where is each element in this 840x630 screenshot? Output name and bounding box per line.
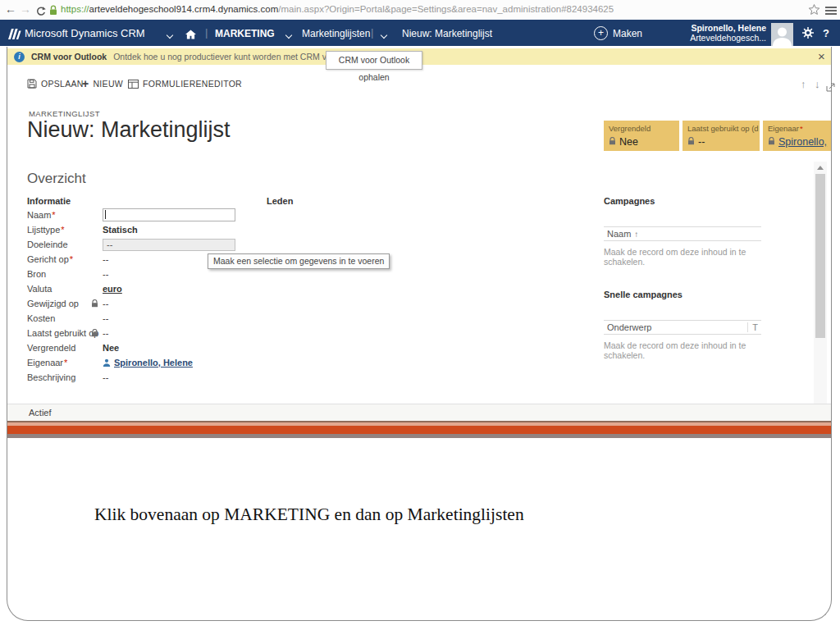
- lock-icon: [91, 299, 103, 308]
- create-plus-icon[interactable]: +: [594, 26, 608, 40]
- beschrijving-value[interactable]: --: [103, 372, 108, 382]
- field-label: Naam*: [27, 210, 91, 220]
- close-icon[interactable]: ×: [818, 48, 825, 65]
- field-value-cell: [103, 208, 339, 221]
- browser-back-icon[interactable]: ←: [5, 2, 16, 16]
- column-label: Onderwerp: [607, 322, 651, 332]
- naam-input[interactable]: [103, 208, 235, 221]
- screenshot-edge-bands: [7, 421, 831, 438]
- section-title: Overzicht: [27, 171, 86, 187]
- browser-forward-icon[interactable]: →: [20, 2, 31, 16]
- browser-menu-icon[interactable]: [825, 5, 837, 16]
- user-name: Spironello, Helene: [684, 23, 766, 33]
- person-icon: [103, 358, 111, 367]
- nav-divider: |: [205, 26, 208, 39]
- field-row-valuta: Valutaeuro: [27, 281, 339, 296]
- nav-up-icon[interactable]: ↑: [801, 78, 806, 90]
- members-column-header: Leden: [267, 196, 293, 206]
- campaigns-column-header[interactable]: Naam ↑: [604, 226, 761, 241]
- chevron-down-icon[interactable]: [285, 32, 292, 39]
- chevron-down-icon[interactable]: [167, 32, 173, 39]
- info-icon: i: [14, 52, 25, 62]
- crm-navbar: Microsoft Dynamics CRM | MARKETING Marke…: [0, 20, 840, 46]
- valuta-link[interactable]: euro: [103, 284, 122, 294]
- field-row-gewijzigd-op: Gewijzigd op--: [27, 296, 339, 311]
- quick-campaigns-column-header[interactable]: Onderwerp T: [604, 320, 761, 335]
- address-bar[interactable]: https://arteveldehogeschool914.crm4.dyna…: [61, 4, 614, 14]
- field-row-vergrendeld: VergrendeldNee: [27, 340, 339, 355]
- field-label: Eigenaar*: [27, 358, 91, 368]
- gericht-op-value[interactable]: --: [103, 254, 108, 264]
- status-badge: Actief: [7, 404, 831, 421]
- field-label: Gericht op*: [27, 254, 91, 264]
- field-label: Gewijzigd op: [27, 299, 91, 308]
- save-button[interactable]: OPSLAAN: [27, 79, 84, 89]
- browser-refresh-icon[interactable]: [36, 5, 46, 20]
- avatar[interactable]: [771, 23, 793, 46]
- header-box-label: Laatst gebruikt op (d: [687, 124, 755, 133]
- header-box-value: Nee: [609, 136, 674, 148]
- user-menu[interactable]: Spironello, Helene Arteveldehogesch...: [684, 23, 766, 43]
- dynamics-logo-icon: [8, 28, 21, 43]
- doeleinde-value-box[interactable]: --: [103, 239, 235, 251]
- nav-marketing[interactable]: MARKETING: [215, 28, 275, 39]
- form-editor-label: FORMULIERENEDITOR: [143, 79, 242, 89]
- header-box-label: Vergrendeld: [609, 124, 674, 133]
- band-orange: [7, 426, 831, 434]
- field-row-laatst-gebruikt-op: Laatst gebruikt op--: [27, 326, 339, 340]
- field-value-cell: --: [103, 239, 339, 251]
- page-title: Nieuw: Marketinglijst: [27, 117, 231, 143]
- field-value-cell: Nee: [103, 343, 339, 353]
- field-label: Valuta: [27, 284, 91, 294]
- field-value-cell: Spironello, Helene: [103, 358, 339, 368]
- field-value-cell: --: [103, 372, 339, 382]
- scrollbar-thumb[interactable]: [815, 174, 825, 338]
- form-editor-button[interactable]: FORMULIERENEDITOR: [128, 79, 242, 89]
- save-label: OPSLAAN: [41, 79, 84, 89]
- lijsttype-value[interactable]: Statisch: [103, 225, 138, 235]
- gear-icon[interactable]: [802, 27, 814, 42]
- sort-asc-icon: ↑: [634, 230, 638, 239]
- lock-icon: [687, 136, 695, 148]
- chevron-down-icon[interactable]: [381, 32, 387, 39]
- save-icon: [27, 79, 37, 89]
- vergrendeld-value[interactable]: Nee: [103, 343, 119, 353]
- kosten-value[interactable]: --: [103, 313, 108, 323]
- eigenaar-link[interactable]: Spironello, Helene: [114, 358, 193, 368]
- notification-title: CRM voor Outlook: [31, 52, 107, 62]
- required-asterisk: *: [70, 254, 73, 264]
- header-boxes: VergrendeldNeeLaatst gebruikt op (d--Eig…: [604, 121, 831, 151]
- scrollbar[interactable]: [814, 162, 827, 427]
- home-icon[interactable]: [185, 28, 196, 43]
- nav-marketinglijsten[interactable]: Marketinglijsten: [302, 28, 370, 39]
- field-value-cell: Statisch: [103, 225, 339, 235]
- nav-down-icon[interactable]: ↓: [815, 78, 820, 90]
- campaigns-title: Campagnes: [604, 196, 655, 206]
- popout-icon[interactable]: [826, 80, 835, 95]
- bookmark-star-icon[interactable]: [808, 3, 820, 19]
- help-button[interactable]: ?: [823, 27, 829, 39]
- field-label: Beschrijving: [27, 372, 91, 382]
- url-host: arteveldehogeschool914.crm4.dynamics.com: [89, 4, 279, 14]
- scroll-up-icon[interactable]: [817, 166, 824, 170]
- field-row-beschrijving: Beschrijving--: [27, 370, 339, 385]
- header-box-eigenaar: Eigenaar*Spironello,: [763, 121, 831, 151]
- new-button[interactable]: + NIEUW: [82, 79, 123, 89]
- brand-menu[interactable]: Microsoft Dynamics CRM: [25, 27, 145, 39]
- field-label: Vergrendeld: [27, 343, 91, 353]
- get-outlook-button[interactable]: CRM voor Outlook ophalen: [326, 51, 422, 70]
- create-button[interactable]: Maken: [613, 28, 642, 39]
- nav-current-record[interactable]: Nieuw: Marketinglijst: [402, 28, 492, 39]
- column-truncated-label: T: [747, 322, 758, 332]
- header-box-value: --: [687, 136, 755, 148]
- field-label: Lijsttype*: [27, 225, 91, 235]
- form-fields: Naam*Lijsttype*StatischDoeleinde--Gerich…: [27, 208, 339, 385]
- url-path: /main.aspx?Origin=Portal&page=Settings&a…: [278, 4, 614, 14]
- required-asterisk: *: [61, 225, 64, 235]
- lock-icon: [91, 329, 103, 337]
- lock-icon: [609, 136, 616, 148]
- header-box-value[interactable]: Spironello,: [768, 136, 826, 148]
- bron-value[interactable]: --: [103, 269, 108, 279]
- instruction-text: Klik bovenaan op MARKETING en dan op Mar…: [94, 504, 524, 525]
- info-column-header: Informatie: [27, 196, 71, 206]
